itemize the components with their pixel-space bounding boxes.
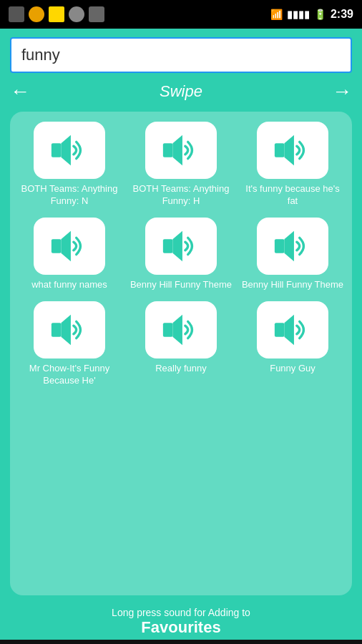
sound-item[interactable]: It's funny because he's fat [240, 122, 345, 208]
svg-rect-14 [163, 323, 173, 336]
sound-grid: BOTH Teams: Anything Funny: N BOTH Teams… [17, 122, 345, 386]
footer: Long press sound for Adding to Favourite… [0, 601, 362, 640]
svg-marker-17 [284, 314, 294, 345]
clock: 2:39 [331, 8, 353, 21]
svg-marker-9 [172, 231, 182, 262]
sound-label: Benny Hill Funny Theme [242, 279, 343, 291]
sound-label: Really funny [155, 363, 207, 375]
svg-rect-2 [163, 143, 173, 157]
sound-grid-container: BOTH Teams: Anything Funny: N BOTH Teams… [10, 112, 352, 595]
battery-icon: 🔋 [314, 9, 326, 20]
svg-marker-7 [61, 231, 71, 262]
sound-label: BOTH Teams: Anything Funny: H [129, 183, 233, 208]
sound-item[interactable]: BOTH Teams: Anything Funny: N [17, 122, 122, 208]
sound-item[interactable]: BOTH Teams: Anything Funny: H [129, 122, 233, 208]
sound-button[interactable] [34, 301, 105, 358]
svg-marker-15 [172, 314, 182, 345]
sound-label: Mr Chow-It's Funny Because He' [17, 363, 122, 387]
status-bar: 📶 ▮▮▮▮ 🔋 2:39 [0, 0, 362, 29]
sound-label: Funny Guy [270, 363, 315, 375]
sound-item[interactable]: Funny Guy [240, 301, 345, 387]
notification-icons [9, 6, 104, 22]
swipe-right-arrow: → [332, 80, 352, 103]
svg-rect-8 [163, 239, 173, 253]
app-icon-2 [49, 6, 64, 22]
sound-item[interactable]: what funny names [17, 218, 122, 291]
sound-label: what funny names [31, 279, 107, 291]
signal-icon: ▮▮▮▮ [287, 9, 310, 20]
status-right: 📶 ▮▮▮▮ 🔋 2:39 [270, 8, 353, 21]
svg-rect-16 [275, 323, 285, 336]
app-icon-1 [29, 6, 44, 22]
svg-rect-12 [52, 323, 62, 336]
sound-button[interactable] [145, 301, 217, 358]
sound-button[interactable] [145, 218, 217, 275]
app-icon-4 [89, 6, 104, 22]
svg-marker-13 [61, 314, 71, 345]
sound-button[interactable] [257, 301, 328, 358]
sound-label: It's funny because he's fat [240, 183, 345, 208]
sound-item[interactable]: Really funny [129, 301, 233, 387]
sound-label: BOTH Teams: Anything Funny: N [17, 183, 122, 208]
search-input[interactable] [10, 37, 352, 73]
sound-label: Benny Hill Funny Theme [130, 279, 232, 291]
sound-button[interactable] [257, 122, 328, 179]
svg-rect-0 [52, 143, 62, 157]
swipe-row: ← Swipe → [10, 80, 352, 103]
svg-marker-11 [284, 231, 294, 262]
sound-button[interactable] [34, 122, 105, 179]
svg-rect-6 [52, 239, 62, 253]
svg-rect-4 [275, 143, 285, 157]
swipe-label: Swipe [30, 82, 332, 101]
app-icon-3 [69, 6, 84, 22]
svg-marker-1 [61, 135, 71, 166]
sound-item[interactable]: Benny Hill Funny Theme [240, 218, 345, 291]
sound-button[interactable] [145, 122, 217, 179]
long-press-hint: Long press sound for Adding to [0, 607, 362, 618]
wifi-icon: 📶 [270, 9, 283, 20]
favourites-label: Favourites [0, 618, 362, 637]
photo-icon [9, 6, 24, 22]
swipe-left-arrow: ← [10, 80, 30, 103]
svg-marker-3 [172, 135, 182, 166]
main-content: ← Swipe → BOTH Teams: Anything Funny: N [0, 29, 362, 601]
nav-bar: ← ⌂ ▭ [0, 640, 362, 644]
sound-item[interactable]: Benny Hill Funny Theme [129, 218, 233, 291]
sound-item[interactable]: Mr Chow-It's Funny Because He' [17, 301, 122, 387]
sound-button[interactable] [257, 218, 328, 275]
svg-rect-10 [275, 239, 285, 253]
svg-marker-5 [284, 135, 294, 166]
sound-button[interactable] [34, 218, 105, 275]
